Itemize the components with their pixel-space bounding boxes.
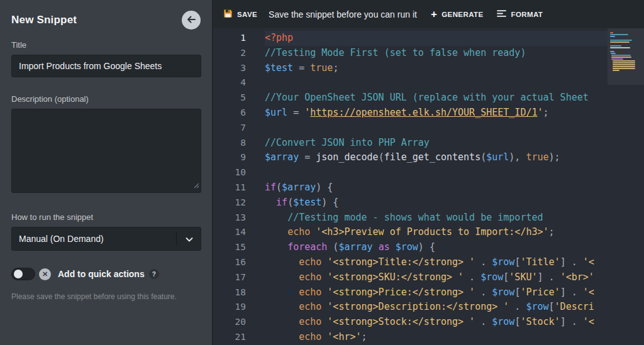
snippet-sidebar: New Snippet Title Description (optional)… <box>0 0 213 345</box>
description-input[interactable] <box>11 109 201 193</box>
page-title: New Snippet <box>11 14 77 26</box>
line-number[interactable]: 7 <box>213 121 246 136</box>
line-number[interactable]: 2 <box>213 46 246 61</box>
minimap-line <box>610 32 613 33</box>
minimap-line <box>613 66 635 67</box>
minimap-line <box>611 57 631 58</box>
generate-button-label: GENERATE <box>441 11 483 18</box>
line-number[interactable]: 13 <box>213 211 246 226</box>
code-line[interactable]: $url = 'https://opensheet.elk.sh/YOUR_SH… <box>265 106 644 121</box>
minimap-line <box>610 40 632 41</box>
minimap-line <box>610 47 630 48</box>
toggle-off-icon: ✕ <box>39 268 51 280</box>
code-lines[interactable]: <?php//Testing Mode First (set to false … <box>265 31 644 345</box>
line-number[interactable]: 18 <box>213 285 246 300</box>
minimap-line <box>610 51 614 52</box>
generate-button[interactable]: + GENERATE <box>428 5 486 23</box>
back-button[interactable] <box>182 11 201 30</box>
code-line[interactable]: //Your OpenSheet JSON URL (replace with … <box>265 90 644 106</box>
line-number[interactable]: 4 <box>213 75 246 90</box>
minimap-line <box>610 34 628 35</box>
code-line[interactable] <box>265 75 644 90</box>
description-label: Description (optional) <box>11 94 201 104</box>
minimap-line <box>610 41 630 43</box>
gutter: 123456789101112131415161718192021 <box>213 31 246 345</box>
sidebar-header: New Snippet <box>11 0 201 32</box>
code-line[interactable]: if($array) { <box>265 180 644 195</box>
quick-actions-label: Add to quick actions <box>58 269 145 279</box>
code-line[interactable]: //Testing mode - shows what would be imp… <box>265 211 644 226</box>
minimap[interactable] <box>608 28 644 345</box>
resize-handle-icon[interactable] <box>194 180 199 191</box>
run-method-select[interactable]: Manual (On Demand) <box>11 227 201 251</box>
line-number[interactable]: 11 <box>213 180 246 195</box>
format-button-label: FORMAT <box>511 11 543 18</box>
code-line[interactable]: echo '<strong>Stock:</strong> ' . $row['… <box>265 315 644 330</box>
code-line[interactable]: echo '<h3>Preview of Products to Import:… <box>265 225 644 240</box>
title-input[interactable] <box>11 55 201 77</box>
code-line[interactable]: echo '<strong>SKU:</strong> ' . $row['SK… <box>265 270 644 285</box>
minimap-line <box>613 70 619 71</box>
chevron-down-icon <box>184 234 194 247</box>
save-first-note: Please save the snippet before using thi… <box>11 292 201 301</box>
code-line[interactable]: $array = json_decode(file_get_contents($… <box>265 150 644 165</box>
line-number[interactable]: 8 <box>213 136 246 151</box>
minimap-line <box>610 36 615 37</box>
run-method-label: How to run the snippet <box>11 212 201 222</box>
select-divider <box>176 232 177 246</box>
line-number[interactable]: 15 <box>213 240 246 255</box>
line-number[interactable]: 19 <box>213 300 246 315</box>
save-button-label: SAVE <box>237 11 257 18</box>
line-number[interactable]: 21 <box>213 330 246 345</box>
quick-actions-row: ✕ Add to quick actions ? <box>11 268 201 280</box>
format-lines-icon <box>497 9 506 19</box>
line-number[interactable]: 20 <box>213 315 246 330</box>
line-number[interactable]: 10 <box>213 165 246 180</box>
code-line[interactable]: echo '<strong>Price:</strong> ' . $row['… <box>265 285 644 300</box>
code-line[interactable]: //Testing Mode First (set to false when … <box>265 46 644 61</box>
code-line[interactable]: <?php <box>265 31 644 46</box>
code-editor[interactable]: 123456789101112131415161718192021 <?php/… <box>213 28 644 345</box>
floppy-save-icon <box>223 9 233 19</box>
code-line[interactable] <box>265 121 644 136</box>
minimap-line <box>611 58 623 60</box>
line-number[interactable]: 16 <box>213 255 246 270</box>
title-label: Title <box>11 40 201 50</box>
line-number[interactable]: 6 <box>213 106 246 121</box>
minimap-line <box>611 55 630 56</box>
code-line[interactable]: $test = true; <box>265 61 644 76</box>
help-icon[interactable]: ? <box>149 269 159 279</box>
save-button[interactable]: SAVE <box>221 5 260 23</box>
minimap-line <box>611 53 616 54</box>
line-number[interactable]: 14 <box>213 225 246 240</box>
line-number[interactable]: 3 <box>213 61 246 76</box>
format-button[interactable]: FORMAT <box>494 6 545 23</box>
plus-icon: + <box>431 9 437 19</box>
arrow-left-icon <box>186 14 196 26</box>
quick-actions-toggle[interactable] <box>11 268 35 280</box>
code-line[interactable]: //Convert JSON into PHP Array <box>265 136 644 151</box>
main-area: SAVE Save the snippet before you can run… <box>213 0 644 345</box>
code-line[interactable]: echo '<strong>Description:</strong> ' . … <box>265 300 644 315</box>
code-line[interactable]: foreach ($array as $row) { <box>265 240 644 255</box>
run-method-value: Manual (On Demand) <box>19 234 194 244</box>
line-number[interactable]: 17 <box>213 270 246 285</box>
line-number[interactable]: 5 <box>213 90 246 106</box>
minimap-line <box>613 64 635 65</box>
line-number[interactable]: 1 <box>213 31 246 46</box>
toggle-knob <box>14 270 23 278</box>
code-line[interactable]: if($test) { <box>265 195 644 211</box>
code-line[interactable] <box>265 165 644 180</box>
editor-toolbar: SAVE Save the snippet before you can run… <box>213 0 644 28</box>
code-line[interactable]: echo '<hr>'; <box>265 330 644 345</box>
minimap-line <box>613 62 635 63</box>
line-number[interactable]: 9 <box>213 150 246 165</box>
code-line[interactable]: echo '<strong>Title:</strong> ' . $row['… <box>265 255 644 270</box>
minimap-line <box>613 68 635 69</box>
toolbar-notice: Save the snippet before you can run it <box>269 9 417 19</box>
line-number[interactable]: 12 <box>213 195 246 211</box>
minimap-line <box>610 45 621 47</box>
minimap-line <box>613 60 635 62</box>
